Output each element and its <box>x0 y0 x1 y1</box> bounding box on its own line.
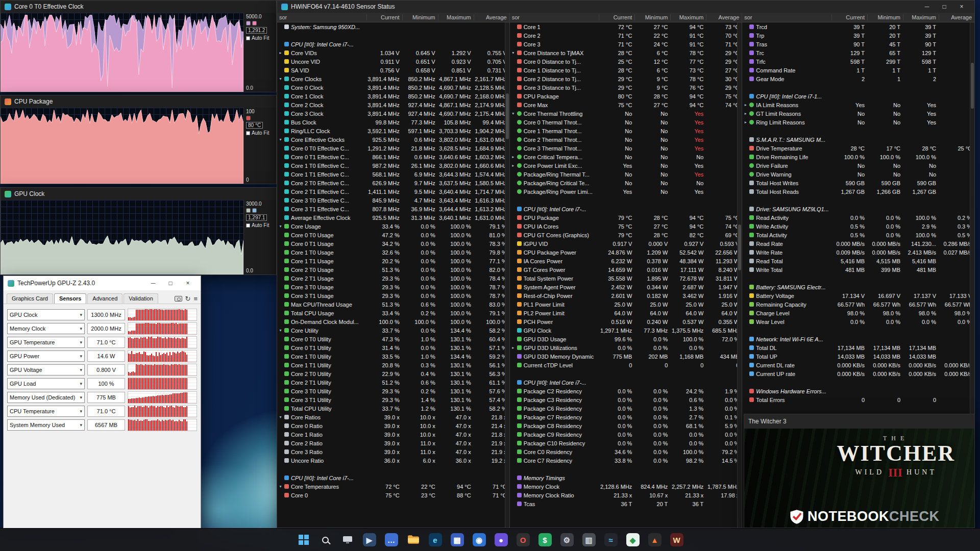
sensor-data-row[interactable]: Core 0 Distance to Tj...25 °C12 °C77 °C2… <box>510 57 742 66</box>
expand-arrow-icon[interactable]: ▾ <box>277 224 284 229</box>
expand-arrow-icon[interactable]: ▾ <box>277 137 284 142</box>
afterburner-app[interactable]: ▲ <box>646 531 664 548</box>
close-button[interactable]: × <box>953 1 970 13</box>
graph-window-titlebar[interactable]: CPU Package <box>1 95 276 108</box>
sensor-data-row[interactable]: ▸IA Limit ReasonsYesNoYes <box>742 101 974 109</box>
sensor-data-row[interactable]: Total CPU Usage33.4 %0.2 %100.0 %79.1 % <box>277 309 509 317</box>
sensor-data-row[interactable]: Core 3 T1 Effective C...807.8 MHz36.9 MH… <box>277 205 509 213</box>
sensor-select[interactable]: Memory Used (Dedicated)▾ <box>7 392 85 403</box>
hwinfo-titlebar[interactable]: HWiNFO64 v7.14-4610 Sensor Status ─ □ × <box>277 1 974 13</box>
sensor-data-row[interactable]: GPU D3D Usage99.6 %0.0 %100.0 %72.0 % <box>510 335 742 343</box>
sensor-data-row[interactable]: Core 0 Clock3,891.4 MHz850.2 MHz4,690.7 … <box>277 83 509 92</box>
sensor-data-row[interactable]: CPU Package Power24.876 W1.209 W52.542 W… <box>510 248 742 257</box>
scrollbar[interactable] <box>737 22 742 528</box>
series-color-chip[interactable] <box>246 116 251 120</box>
sensor-section-row[interactable]: CPU [#0]: Intel Core i7-1... <box>742 92 974 101</box>
sensor-data-row[interactable]: PL1 Power Limit25.0 W25.0 W25.0 W25.0 W <box>510 300 742 309</box>
sensor-column-header[interactable]: sor Current Minimum Maximum Average <box>742 13 974 22</box>
minimize-button[interactable]: ─ <box>918 1 936 13</box>
sensor-data-row[interactable]: Max CPU/Thread Usage51.3 %0.6 %100.0 %83… <box>277 300 509 309</box>
sensor-data-row[interactable]: Core C7 Residency33.8 %0.0 %98.2 %14.5 % <box>510 456 742 465</box>
menu-icon[interactable]: ≡ <box>193 295 198 302</box>
chevron-down-icon[interactable]: ▾ <box>80 340 82 345</box>
sensor-data-row[interactable]: ▾Core Usage33.4 %0.0 %100.0 %79.1 % <box>277 222 509 231</box>
sensor-data-row[interactable]: Write Activity0.5 %0.0 %2.9 %0.3 % <box>742 222 974 231</box>
sensor-data-row[interactable]: CPU Package79 °C28 °C94 °C75 °C <box>510 213 742 222</box>
sensor-data-row[interactable]: PCH Power0.516 W0.240 W0.537 W0.355 W <box>510 317 742 326</box>
sensor-data-row[interactable]: Trfc598 T299 T598 T <box>742 57 974 66</box>
sensor-section-row[interactable]: Drive: SAMSUNG MZ9LQ1... <box>742 205 974 213</box>
sensor-data-row[interactable]: Core 3 T0 Utility29.3 %0.2 %130.1 %57.6 … <box>277 387 509 395</box>
sensor-data-row[interactable]: Core 2 T0 Effective C...626.9 MHz9.7 MHz… <box>277 179 509 187</box>
sensor-section-row[interactable]: Network: Intel Wi-Fi 6E A... <box>742 335 974 343</box>
sensor-data-row[interactable]: ▾Core Utility33.7 %0.0 %134.4 %58.2 % <box>277 326 509 335</box>
series-color-chip[interactable] <box>252 21 257 26</box>
loom-app[interactable]: ● <box>493 531 510 548</box>
series-color-chip[interactable] <box>252 208 257 213</box>
sensor-data-row[interactable]: Drive FailureNoNoNo <box>742 161 974 170</box>
checkbox-icon[interactable] <box>246 131 250 135</box>
sensor-data-row[interactable]: Bus Clock99.8 MHz77.3 MHz105.8 MHz99.4 M… <box>277 118 509 127</box>
chevron-down-icon[interactable]: ▾ <box>80 422 82 428</box>
sensor-data-row[interactable]: Core 1 T1 Utility20.8 %0.3 %130.1 %56.1 … <box>277 361 509 369</box>
sensor-data-row[interactable]: Core 1 T1 Effective C...568.1 MHz6.9 MHz… <box>277 170 509 179</box>
maximize-button[interactable]: □ <box>936 1 953 13</box>
refresh-icon[interactable]: ↻ <box>185 295 191 302</box>
sensor-data-row[interactable]: GPU Clock1,297.1 MHz77.3 MHz1,375.5 MHz6… <box>510 326 742 335</box>
sensor-data-row[interactable]: Core 2 T1 Utility51.2 %0.6 %130.1 %61.1 … <box>277 378 509 387</box>
sensor-data-row[interactable]: Core 0 T1 Utility31.4 %0.0 %130.1 %57.1 … <box>277 343 509 352</box>
screenshot-icon[interactable] <box>175 296 182 302</box>
expand-arrow-icon[interactable]: ▾ <box>277 415 284 419</box>
sensor-section-row[interactable]: CPU [#0]: Intel Core i7-... <box>510 378 742 387</box>
sensor-section-row[interactable]: CPU [#0]: Intel Core i7-... <box>277 473 509 482</box>
sensor-data-row[interactable]: Package/Ring Critical Te...NoNoNo <box>510 179 742 187</box>
sensor-data-row[interactable]: Package C10 Residency0.0 %0.0 %0.0 %0.0 … <box>510 439 742 447</box>
sensor-data-row[interactable]: Current UP rate0.000 KB/s0.000 KB/s0.000… <box>742 369 974 378</box>
sensor-data-row[interactable]: Read Total5,416 MB4,515 MB5,416 MB <box>742 257 974 265</box>
sensor-section-row[interactable]: S.M.A.R.T.: SAMSUNG M... <box>742 135 974 144</box>
sensor-select[interactable]: GPU Power▾ <box>7 350 85 362</box>
sensor-column-header[interactable]: sor Current Minimum Maximum Average <box>277 13 509 22</box>
sensor-data-row[interactable]: ▾Core Effective Clocks925.5 MHz0.6 MHz3,… <box>277 135 509 144</box>
sensor-data-row[interactable]: Memory Clock2,128.6 MHz824.4 MHz2,257.2 … <box>510 482 742 491</box>
sensor-column-header[interactable]: sor Current Minimum Maximum Average <box>510 13 742 22</box>
close-button[interactable]: × <box>179 277 197 289</box>
sensor-data-row[interactable]: Tras90 T45 T90 T <box>742 40 974 48</box>
tab-advanced[interactable]: Advanced <box>87 293 122 304</box>
sensor-data-row[interactable]: ▸Core Critical Tempera...NoNoNo <box>510 153 742 161</box>
maximize-button[interactable]: □ <box>162 277 179 289</box>
minimize-button[interactable]: ─ <box>144 277 162 289</box>
sensor-data-row[interactable]: ▾Core Thermal ThrottlingNoNoYes <box>510 109 742 118</box>
print-app[interactable]: ▥ <box>580 531 598 548</box>
cash-app[interactable]: $ <box>536 531 554 548</box>
sensor-data-row[interactable]: Read Rate0.000 MB/s0.000 MB/s141.230...0… <box>742 239 974 248</box>
sensor-data-row[interactable]: Average Effective Clock925.5 MHz31.3 MHz… <box>277 213 509 222</box>
sensor-data-row[interactable]: Write Total481 MB399 MB481 MB <box>742 265 974 274</box>
sensor-data-row[interactable]: Core 2 Thermal Throt...NoNoYes <box>510 135 742 144</box>
witcher-titlebar[interactable]: The Witcher 3 <box>744 414 974 429</box>
sensor-data-row[interactable]: Memory Clock Ratio21.33 x10.67 x21.33 x1… <box>510 491 742 499</box>
hwinfo-app[interactable]: ◆ <box>624 531 642 548</box>
sensor-data-row[interactable]: ▾Core Clocks3,891.4 MHz850.2 MHz4,867.1 … <box>277 74 509 83</box>
sensor-data-row[interactable]: Drive WarningNoNoNo <box>742 170 974 179</box>
sensor-data-row[interactable]: ▸GPU D3D Utilizations0.0 %0.0 %0.0 % <box>510 343 742 352</box>
sensor-data-row[interactable]: On-Demand Clock Modul...100.0 %100.0 %10… <box>277 317 509 326</box>
sensor-data-row[interactable]: Rest-of-Chip Power2.601 W0.182 W3.462 W1… <box>510 291 742 300</box>
sensor-data-row[interactable]: Core 1 Clock3,891.4 MHz850.2 MHz4,690.7 … <box>277 92 509 101</box>
sensor-data-row[interactable]: Ring/LLC Clock3,592.1 MHz597.1 MHz3,703.… <box>277 127 509 135</box>
sensor-section-row[interactable]: Battery: SAMSUNG Electr... <box>742 283 974 291</box>
sensor-data-row[interactable]: Core 2 Ratio39.0 x11.0 x47.0 x21.9 x <box>277 439 509 447</box>
sensor-data-row[interactable]: Core 2 T0 Usage51.3 %0.0 %100.0 %82.0 % <box>277 265 509 274</box>
chevron-down-icon[interactable]: ▾ <box>80 312 82 317</box>
graph-window-titlebar[interactable]: GPU Clock <box>1 188 276 200</box>
sensor-data-row[interactable]: Gear Mode212 <box>742 74 974 83</box>
chevron-down-icon[interactable]: ▾ <box>80 354 82 359</box>
sensor-data-row[interactable]: Package C2 Residency0.0 %0.0 %24.2 %1.9 … <box>510 387 742 395</box>
edge-browser[interactable]: e <box>427 531 444 548</box>
sensor-data-row[interactable]: Total Host Reads1,267 GB1,266 GB1,267 GB <box>742 187 974 196</box>
sensor-data-row[interactable]: Wear Level0.0 %0.0 %0.0 %0.0 % <box>742 317 974 326</box>
file-explorer[interactable] <box>405 531 422 548</box>
sensor-data-row[interactable]: ▾Core Temperatures72 °C22 °C94 °C71 °C <box>277 482 509 491</box>
sensor-select[interactable]: GPU Load▾ <box>7 378 85 389</box>
sensor-section-row[interactable]: Memory Timings <box>510 473 742 482</box>
